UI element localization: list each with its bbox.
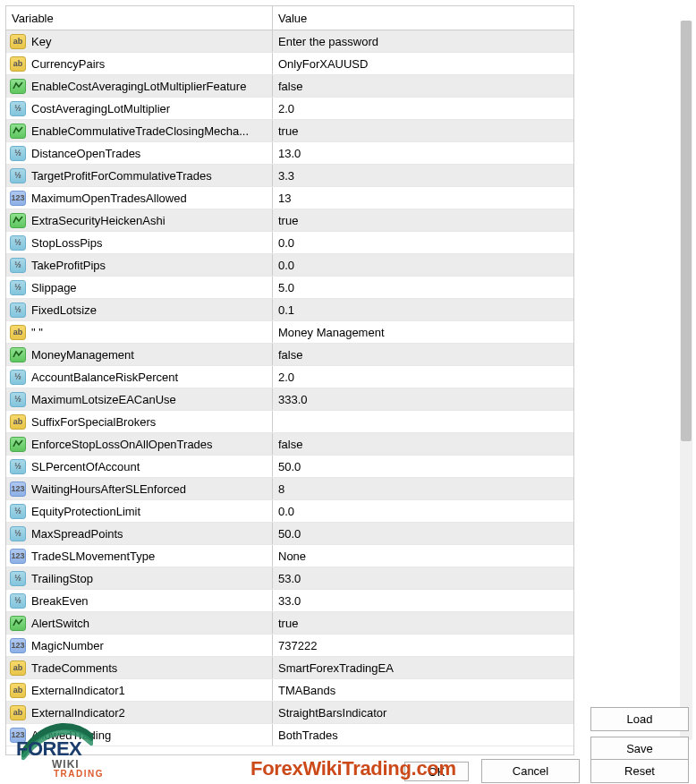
value-cell[interactable]: 50.0: [273, 523, 573, 544]
table-row[interactable]: ½DistanceOpenTrades13.0: [6, 142, 573, 165]
table-row[interactable]: ExtraSecurityHeickenAshitrue: [6, 209, 573, 232]
table-row[interactable]: ½TakeProfitPips0.0: [6, 254, 573, 277]
str-type-icon: ab: [10, 325, 26, 340]
variable-cell: abSuffixForSpecialBrokers: [6, 411, 273, 432]
variable-name: MaximumLotsizeEACanUse: [31, 393, 176, 406]
variable-cell: 123MaximumOpenTradesAllowed: [6, 187, 273, 209]
dbl-type-icon: ½: [10, 571, 26, 586]
scrollbar-thumb[interactable]: [681, 21, 692, 441]
table-row[interactable]: ½SLPercentOfAccount50.0: [6, 456, 573, 478]
value-cell[interactable]: 13: [273, 187, 573, 209]
value-cell[interactable]: 0.1: [273, 299, 573, 320]
ok-button[interactable]: OK: [404, 762, 469, 781]
value-cell[interactable]: 0.0: [273, 232, 573, 253]
variable-cell: ½StopLossPips: [6, 232, 273, 253]
value-cell[interactable]: false: [273, 433, 573, 455]
reset-button[interactable]: Reset: [590, 759, 689, 783]
value-cell[interactable]: 5.0: [273, 277, 573, 298]
variable-cell: abTradeComments: [6, 657, 273, 678]
variable-cell: 123WaitingHoursAfterSLEnforced: [6, 478, 273, 499]
column-header-variable[interactable]: Variable: [6, 6, 273, 30]
table-row[interactable]: 123MagicNumber737222: [6, 635, 573, 657]
table-row[interactable]: EnableCostAveragingLotMultiplierFeaturef…: [6, 75, 573, 98]
table-row[interactable]: EnforceStopLossOnAllOpenTradesfalse: [6, 433, 573, 456]
table-row[interactable]: 123TradeSLMovementTypeNone: [6, 545, 573, 567]
value-cell[interactable]: 2.0: [273, 98, 573, 119]
variable-name: SuffixForSpecialBrokers: [31, 415, 156, 429]
value-cell[interactable]: OnlyForXAUUSD: [273, 53, 573, 74]
value-cell[interactable]: 50.0: [273, 456, 573, 477]
load-button[interactable]: Load: [590, 707, 689, 731]
value-cell[interactable]: BothTrades: [273, 724, 573, 746]
variable-cell: EnableCostAveragingLotMultiplierFeature: [6, 75, 273, 97]
variable-name: MaxSpreadPoints: [31, 527, 123, 541]
value-cell[interactable]: true: [273, 120, 573, 141]
value-cell[interactable]: false: [273, 75, 573, 97]
value-cell[interactable]: Money Management: [273, 321, 573, 343]
str-type-icon: ab: [10, 705, 26, 720]
table-row[interactable]: 123WaitingHoursAfterSLEnforced8: [6, 478, 573, 500]
variable-cell: ½CostAveragingLotMultiplier: [6, 98, 273, 119]
vertical-scrollbar[interactable]: [680, 5, 692, 755]
value-cell[interactable]: 333.0: [273, 388, 573, 410]
table-row[interactable]: 123MaximumOpenTradesAllowed13: [6, 187, 573, 209]
value-cell[interactable]: [273, 411, 573, 432]
int-type-icon: 123: [10, 549, 26, 564]
variable-cell: ab" ": [6, 321, 273, 343]
variable-cell: ½AccountBalanceRiskPercent: [6, 366, 273, 388]
table-row[interactable]: ½TargetProfitForCommulativeTrades3.3: [6, 165, 573, 187]
str-type-icon: ab: [10, 683, 26, 698]
table-row[interactable]: ab" "Money Management: [6, 321, 573, 344]
table-row[interactable]: abCurrencyPairsOnlyForXAUUSD: [6, 53, 573, 75]
variable-name: Slippage: [31, 281, 77, 294]
value-cell[interactable]: 3.3: [273, 165, 573, 186]
variable-name: AccountBalanceRiskPercent: [31, 371, 178, 384]
table-row[interactable]: AlertSwitchtrue: [6, 612, 573, 635]
value-cell[interactable]: false: [273, 344, 573, 365]
table-row[interactable]: ½MaximumLotsizeEACanUse333.0: [6, 388, 573, 411]
value-cell[interactable]: true: [273, 612, 573, 634]
table-row[interactable]: EnableCommulativeTradeClosingMecha...tru…: [6, 120, 573, 142]
table-row[interactable]: abTradeCommentsSmartForexTradingEA: [6, 657, 573, 679]
value-cell[interactable]: TMABands: [273, 679, 573, 701]
table-row[interactable]: MoneyManagementfalse: [6, 344, 573, 366]
variable-cell: MoneyManagement: [6, 344, 273, 365]
value-cell[interactable]: 33.0: [273, 590, 573, 611]
variable-name: WaitingHoursAfterSLEnforced: [31, 482, 186, 496]
str-type-icon: ab: [10, 660, 26, 676]
value-cell[interactable]: 0.0: [273, 500, 573, 522]
value-cell[interactable]: 0.0: [273, 254, 573, 276]
value-cell[interactable]: 53.0: [273, 567, 573, 589]
table-row[interactable]: ½Slippage5.0: [6, 277, 573, 299]
table-row[interactable]: ½MaxSpreadPoints50.0: [6, 523, 573, 545]
table-row[interactable]: ½FixedLotsize0.1: [6, 299, 573, 321]
value-cell[interactable]: StraightBarsIndicator: [273, 702, 573, 723]
table-row[interactable]: ½AccountBalanceRiskPercent2.0: [6, 366, 573, 388]
table-row[interactable]: abKeyEnter the password: [6, 30, 573, 53]
str-type-icon: ab: [10, 414, 26, 430]
table-row[interactable]: ½CostAveragingLotMultiplier2.0: [6, 98, 573, 120]
save-button[interactable]: Save: [590, 737, 689, 761]
variable-name: SLPercentOfAccount: [31, 460, 140, 473]
table-row[interactable]: ½TrailingStop53.0: [6, 567, 573, 590]
variable-name: TradeComments: [31, 661, 117, 675]
value-cell[interactable]: None: [273, 545, 573, 567]
value-cell[interactable]: 13.0: [273, 142, 573, 164]
table-row[interactable]: abSuffixForSpecialBrokers: [6, 411, 573, 433]
value-cell[interactable]: 737222: [273, 635, 573, 656]
table-row[interactable]: ½BreakEven33.0: [6, 590, 573, 612]
cancel-button[interactable]: Cancel: [481, 759, 580, 783]
value-cell[interactable]: 8: [273, 478, 573, 499]
dbl-type-icon: ½: [10, 526, 26, 541]
variable-name: StopLossPips: [31, 236, 103, 250]
table-row[interactable]: ½EquityProtectionLimit0.0: [6, 500, 573, 523]
value-cell[interactable]: SmartForexTradingEA: [273, 657, 573, 678]
column-header-value[interactable]: Value: [273, 6, 573, 30]
value-cell[interactable]: true: [273, 209, 573, 231]
variable-cell: ½MaxSpreadPoints: [6, 523, 273, 544]
value-cell[interactable]: 2.0: [273, 366, 573, 388]
table-row[interactable]: abExternalIndicator1TMABands: [6, 679, 573, 702]
table-row[interactable]: ½StopLossPips0.0: [6, 232, 573, 254]
variable-cell: abKey: [6, 30, 273, 52]
value-cell[interactable]: Enter the password: [273, 30, 573, 52]
